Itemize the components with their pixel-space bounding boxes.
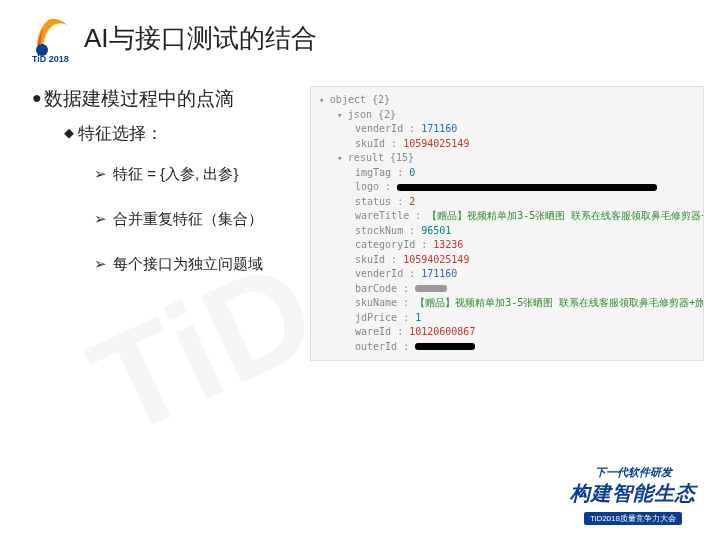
bullet-lvl3-0: 特征 = {入参, 出参}	[94, 165, 310, 184]
footer-top-text: 下一代软件研发	[570, 465, 696, 480]
slide-content: 数据建模过程中的点滴 特征选择： 特征 = {入参, 出参} 合并重复特征（集合…	[0, 68, 724, 361]
result-wareTitle: wareTitle : 【赠品】视频精单加3-5张晒图 联系在线客服领取鼻毛修剪…	[319, 209, 695, 224]
bullet-column: 数据建模过程中的点滴 特征选择： 特征 = {入参, 出参} 合并重复特征（集合…	[30, 86, 310, 361]
result-outerId: outerId :	[319, 340, 695, 355]
tid-logo: TiD 2018	[28, 14, 76, 62]
result-imgTag: imgTag : 0	[319, 166, 695, 181]
footer-bar-text: TiD2018质量竞争力大会	[584, 512, 682, 525]
footer-main-text: 构建智能生态	[570, 480, 696, 507]
result-skuId: skuId : 10594025149	[319, 253, 695, 268]
json-node-root: object {2}	[319, 93, 695, 108]
result-stockNum: stockNum : 96501	[319, 224, 695, 239]
json-node-result: result {15}	[319, 151, 695, 166]
json-viewer-panel: object {2} json {2} venderId : 171160 sk…	[310, 86, 704, 361]
result-venderId: venderId : 171160	[319, 267, 695, 282]
logo-label: TiD 2018	[32, 54, 69, 64]
bullet-lvl3-2: 每个接口为独立问题域	[94, 255, 310, 274]
result-skuName: skuName : 【赠品】视频精单加3-5张晒图 联系在线客服领取鼻毛修剪器+…	[319, 296, 695, 311]
result-jdPrice: jdPrice : 1	[319, 311, 695, 326]
bullet-lvl2: 特征选择：	[64, 122, 310, 145]
footer-badge: 下一代软件研发 构建智能生态 TiD2018质量竞争力大会	[570, 465, 696, 525]
bullet-lvl1: 数据建模过程中的点滴	[30, 86, 310, 112]
slide-header: TiD 2018 AI与接口测试的结合	[0, 0, 724, 68]
json-field-skuId: skuId : 10594025149	[319, 137, 695, 152]
result-categoryId: categoryId : 13236	[319, 238, 695, 253]
json-field-venderId: venderId : 171160	[319, 122, 695, 137]
json-node-json: json {2}	[319, 108, 695, 123]
result-logo: logo :	[319, 180, 695, 195]
bullet-lvl3-1: 合并重复特征（集合）	[94, 210, 310, 229]
result-status: status : 2	[319, 195, 695, 210]
result-barCode: barCode :	[319, 282, 695, 297]
slide-title: AI与接口测试的结合	[84, 21, 317, 56]
result-wareId: wareId : 10120600867	[319, 325, 695, 340]
